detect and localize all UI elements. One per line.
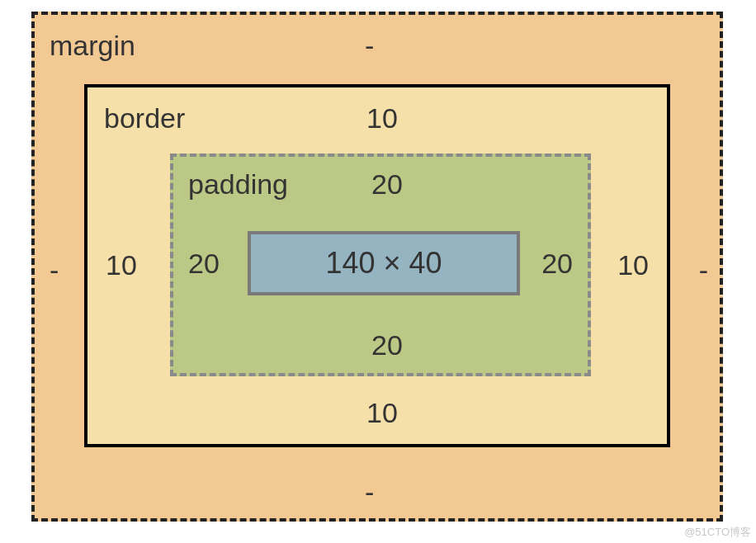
margin-layer: margin - - - - border 10 10 10 10 paddin… bbox=[31, 12, 723, 522]
margin-bottom-value: - bbox=[365, 476, 374, 508]
padding-label: padding bbox=[188, 168, 288, 201]
padding-top-value: 20 bbox=[371, 168, 403, 201]
padding-left-value: 20 bbox=[188, 248, 220, 280]
margin-top-value: - bbox=[365, 30, 374, 62]
border-label: border bbox=[104, 102, 185, 135]
border-right-value: 10 bbox=[617, 249, 649, 281]
padding-layer: padding 20 20 20 20 140 × 40 bbox=[170, 153, 591, 376]
watermark: @51CTO博客 bbox=[684, 525, 751, 540]
padding-bottom-value: 20 bbox=[371, 329, 403, 361]
margin-left-value: - bbox=[50, 254, 59, 286]
border-bottom-value: 10 bbox=[366, 397, 398, 429]
border-left-value: 10 bbox=[106, 249, 137, 281]
margin-label: margin bbox=[50, 30, 135, 62]
content-layer: 140 × 40 bbox=[248, 231, 520, 295]
content-dimensions: 140 × 40 bbox=[325, 246, 442, 281]
margin-right-value: - bbox=[699, 254, 708, 286]
padding-right-value: 20 bbox=[541, 248, 573, 280]
border-top-value: 10 bbox=[366, 102, 398, 135]
border-layer: border 10 10 10 10 padding 20 20 20 20 1… bbox=[84, 84, 670, 447]
